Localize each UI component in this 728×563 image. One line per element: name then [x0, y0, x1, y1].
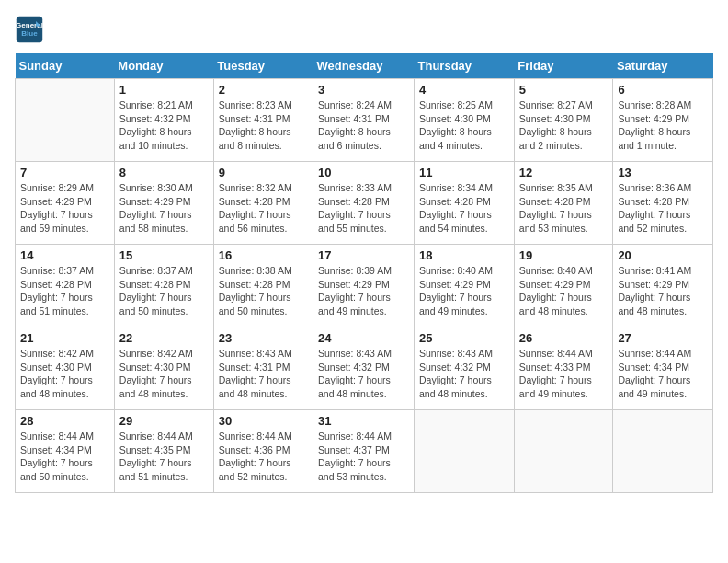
calendar-cell: 3Sunrise: 8:24 AM Sunset: 4:31 PM Daylig…	[313, 79, 415, 162]
calendar-cell: 21Sunrise: 8:42 AM Sunset: 4:30 PM Dayli…	[16, 327, 115, 410]
calendar-cell: 1Sunrise: 8:21 AM Sunset: 4:32 PM Daylig…	[114, 79, 213, 162]
day-info: Sunrise: 8:43 AM Sunset: 4:32 PM Dayligh…	[318, 347, 409, 401]
calendar-cell: 9Sunrise: 8:32 AM Sunset: 4:28 PM Daylig…	[213, 162, 313, 245]
calendar-cell: 5Sunrise: 8:27 AM Sunset: 4:30 PM Daylig…	[514, 79, 613, 162]
calendar-cell	[16, 79, 115, 162]
calendar-table: SundayMondayTuesdayWednesdayThursdayFrid…	[15, 53, 713, 493]
day-number: 31	[318, 414, 409, 428]
calendar-body: 1Sunrise: 8:21 AM Sunset: 4:32 PM Daylig…	[16, 79, 713, 493]
day-info: Sunrise: 8:23 AM Sunset: 4:31 PM Dayligh…	[219, 98, 308, 153]
calendar-cell: 26Sunrise: 8:44 AM Sunset: 4:33 PM Dayli…	[514, 327, 613, 410]
calendar-cell: 8Sunrise: 8:30 AM Sunset: 4:29 PM Daylig…	[114, 162, 213, 245]
day-number: 13	[618, 166, 708, 179]
day-info: Sunrise: 8:44 AM Sunset: 4:34 PM Dayligh…	[20, 430, 109, 484]
weekday-header: Tuesday	[213, 53, 313, 79]
calendar-week-row: 21Sunrise: 8:42 AM Sunset: 4:30 PM Dayli…	[16, 327, 713, 410]
day-info: Sunrise: 8:41 AM Sunset: 4:29 PM Dayligh…	[618, 264, 708, 318]
day-info: Sunrise: 8:40 AM Sunset: 4:29 PM Dayligh…	[419, 264, 509, 318]
calendar-cell: 13Sunrise: 8:36 AM Sunset: 4:28 PM Dayli…	[613, 162, 713, 245]
weekday-header: Wednesday	[313, 53, 415, 79]
day-number: 20	[618, 248, 708, 262]
calendar-cell: 10Sunrise: 8:33 AM Sunset: 4:28 PM Dayli…	[313, 162, 415, 245]
day-info: Sunrise: 8:43 AM Sunset: 4:32 PM Dayligh…	[419, 347, 509, 401]
day-number: 9	[219, 166, 308, 179]
day-number: 18	[419, 248, 509, 262]
day-info: Sunrise: 8:32 AM Sunset: 4:28 PM Dayligh…	[219, 181, 308, 236]
day-info: Sunrise: 8:43 AM Sunset: 4:31 PM Dayligh…	[219, 347, 308, 401]
day-info: Sunrise: 8:34 AM Sunset: 4:28 PM Dayligh…	[419, 181, 509, 236]
calendar-cell: 18Sunrise: 8:40 AM Sunset: 4:29 PM Dayli…	[415, 245, 515, 327]
day-info: Sunrise: 8:25 AM Sunset: 4:30 PM Dayligh…	[419, 98, 509, 153]
day-info: Sunrise: 8:33 AM Sunset: 4:28 PM Dayligh…	[318, 181, 409, 236]
logo-icon: General Blue	[15, 15, 44, 44]
day-number: 19	[519, 248, 609, 262]
day-info: Sunrise: 8:44 AM Sunset: 4:36 PM Dayligh…	[219, 430, 308, 484]
logo: General Blue	[15, 15, 48, 44]
day-info: Sunrise: 8:27 AM Sunset: 4:30 PM Dayligh…	[519, 98, 609, 153]
day-info: Sunrise: 8:36 AM Sunset: 4:28 PM Dayligh…	[618, 181, 708, 236]
day-number: 15	[119, 248, 209, 262]
calendar-cell	[415, 410, 515, 493]
day-info: Sunrise: 8:44 AM Sunset: 4:33 PM Dayligh…	[519, 347, 609, 401]
day-number: 24	[318, 331, 409, 345]
day-info: Sunrise: 8:37 AM Sunset: 4:28 PM Dayligh…	[119, 264, 209, 318]
calendar-cell: 4Sunrise: 8:25 AM Sunset: 4:30 PM Daylig…	[415, 79, 515, 162]
day-number: 3	[318, 83, 409, 97]
day-number: 4	[419, 83, 509, 97]
calendar-cell: 6Sunrise: 8:28 AM Sunset: 4:29 PM Daylig…	[613, 79, 713, 162]
day-number: 6	[618, 83, 708, 97]
day-info: Sunrise: 8:28 AM Sunset: 4:29 PM Dayligh…	[618, 98, 708, 153]
calendar-week-row: 1Sunrise: 8:21 AM Sunset: 4:32 PM Daylig…	[16, 79, 713, 162]
calendar-cell: 30Sunrise: 8:44 AM Sunset: 4:36 PM Dayli…	[213, 410, 313, 493]
calendar-cell: 17Sunrise: 8:39 AM Sunset: 4:29 PM Dayli…	[313, 245, 415, 327]
calendar-cell: 28Sunrise: 8:44 AM Sunset: 4:34 PM Dayli…	[16, 410, 115, 493]
day-info: Sunrise: 8:38 AM Sunset: 4:28 PM Dayligh…	[219, 264, 308, 318]
day-number: 30	[219, 414, 308, 428]
day-info: Sunrise: 8:39 AM Sunset: 4:29 PM Dayligh…	[318, 264, 409, 318]
calendar-cell	[613, 410, 713, 493]
day-number: 16	[219, 248, 308, 262]
day-info: Sunrise: 8:35 AM Sunset: 4:28 PM Dayligh…	[519, 181, 609, 236]
calendar-header: SundayMondayTuesdayWednesdayThursdayFrid…	[16, 53, 713, 79]
weekday-header: Monday	[114, 53, 213, 79]
day-number: 8	[119, 166, 209, 179]
day-number: 10	[318, 166, 409, 179]
day-number: 17	[318, 248, 409, 262]
day-number: 14	[20, 248, 109, 262]
calendar-cell: 25Sunrise: 8:43 AM Sunset: 4:32 PM Dayli…	[415, 327, 515, 410]
day-number: 23	[219, 331, 308, 345]
day-info: Sunrise: 8:37 AM Sunset: 4:28 PM Dayligh…	[20, 264, 109, 318]
day-number: 25	[419, 331, 509, 345]
calendar-cell: 11Sunrise: 8:34 AM Sunset: 4:28 PM Dayli…	[415, 162, 515, 245]
calendar-cell: 15Sunrise: 8:37 AM Sunset: 4:28 PM Dayli…	[114, 245, 213, 327]
calendar-cell: 27Sunrise: 8:44 AM Sunset: 4:34 PM Dayli…	[613, 327, 713, 410]
day-info: Sunrise: 8:24 AM Sunset: 4:31 PM Dayligh…	[318, 98, 409, 153]
calendar-cell	[514, 410, 613, 493]
day-info: Sunrise: 8:21 AM Sunset: 4:32 PM Dayligh…	[119, 98, 209, 153]
day-number: 11	[419, 166, 509, 179]
calendar-cell: 31Sunrise: 8:44 AM Sunset: 4:37 PM Dayli…	[313, 410, 415, 493]
day-number: 12	[519, 166, 609, 179]
weekday-header: Sunday	[16, 53, 115, 79]
day-info: Sunrise: 8:40 AM Sunset: 4:29 PM Dayligh…	[519, 264, 609, 318]
calendar-cell: 16Sunrise: 8:38 AM Sunset: 4:28 PM Dayli…	[213, 245, 313, 327]
weekday-header: Friday	[514, 53, 613, 79]
calendar-cell: 29Sunrise: 8:44 AM Sunset: 4:35 PM Dayli…	[114, 410, 213, 493]
calendar-week-row: 7Sunrise: 8:29 AM Sunset: 4:29 PM Daylig…	[16, 162, 713, 245]
day-number: 7	[20, 166, 109, 179]
calendar-cell: 22Sunrise: 8:42 AM Sunset: 4:30 PM Dayli…	[114, 327, 213, 410]
day-number: 28	[20, 414, 109, 428]
day-number: 1	[119, 83, 209, 97]
day-info: Sunrise: 8:29 AM Sunset: 4:29 PM Dayligh…	[20, 181, 109, 236]
day-number: 2	[219, 83, 308, 97]
day-number: 27	[618, 331, 708, 345]
calendar-cell: 20Sunrise: 8:41 AM Sunset: 4:29 PM Dayli…	[613, 245, 713, 327]
calendar-cell: 23Sunrise: 8:43 AM Sunset: 4:31 PM Dayli…	[213, 327, 313, 410]
day-number: 26	[519, 331, 609, 345]
day-info: Sunrise: 8:30 AM Sunset: 4:29 PM Dayligh…	[119, 181, 209, 236]
calendar-cell: 12Sunrise: 8:35 AM Sunset: 4:28 PM Dayli…	[514, 162, 613, 245]
day-info: Sunrise: 8:44 AM Sunset: 4:35 PM Dayligh…	[119, 430, 209, 484]
calendar-cell: 7Sunrise: 8:29 AM Sunset: 4:29 PM Daylig…	[16, 162, 115, 245]
calendar-cell: 19Sunrise: 8:40 AM Sunset: 4:29 PM Dayli…	[514, 245, 613, 327]
calendar-week-row: 28Sunrise: 8:44 AM Sunset: 4:34 PM Dayli…	[16, 410, 713, 493]
